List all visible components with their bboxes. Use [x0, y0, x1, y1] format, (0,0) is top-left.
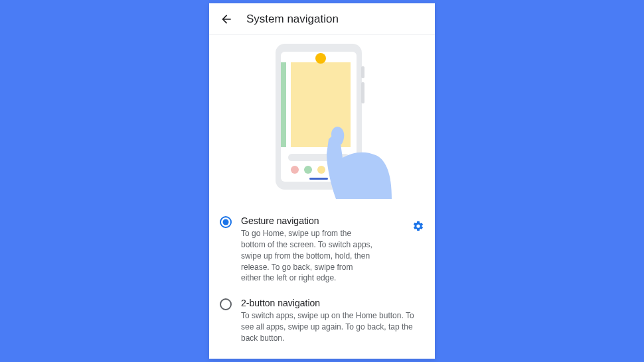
svg-point-8 [291, 166, 299, 174]
svg-rect-2 [361, 82, 364, 103]
svg-rect-1 [361, 66, 364, 78]
svg-point-10 [317, 166, 325, 174]
settings-screen: System navigation [209, 3, 435, 359]
option-description: To go Home, swipe up from the bottom of … [241, 228, 374, 284]
gear-icon[interactable] [412, 220, 424, 232]
back-arrow-icon[interactable] [220, 13, 233, 26]
option-title: 2-button navigation [241, 297, 424, 309]
option-3button-navigation[interactable]: 3-button navigation [220, 351, 424, 359]
svg-point-9 [304, 166, 312, 174]
gesture-illustration [209, 34, 435, 208]
option-text: 2-button navigation To switch apps, swip… [241, 297, 424, 344]
option-gesture-navigation[interactable]: Gesture navigation To go Home, swipe up … [220, 208, 424, 290]
header: System navigation [209, 3, 435, 34]
option-title: 3-button navigation [241, 357, 424, 359]
svg-rect-12 [309, 178, 328, 180]
svg-point-6 [315, 53, 326, 64]
option-2button-navigation[interactable]: 2-button navigation To switch apps, swip… [220, 290, 424, 351]
page-title: System navigation [246, 13, 339, 26]
radio-2button[interactable] [220, 298, 232, 310]
option-description: To switch apps, swipe up on the Home but… [241, 310, 424, 343]
navigation-options: Gesture navigation To go Home, swipe up … [209, 208, 435, 359]
option-text: 3-button navigation [241, 357, 424, 359]
option-title: Gesture navigation [241, 215, 403, 227]
option-text: Gesture navigation To go Home, swipe up … [241, 215, 403, 284]
svg-rect-4 [281, 62, 286, 147]
radio-gesture[interactable] [220, 216, 232, 228]
